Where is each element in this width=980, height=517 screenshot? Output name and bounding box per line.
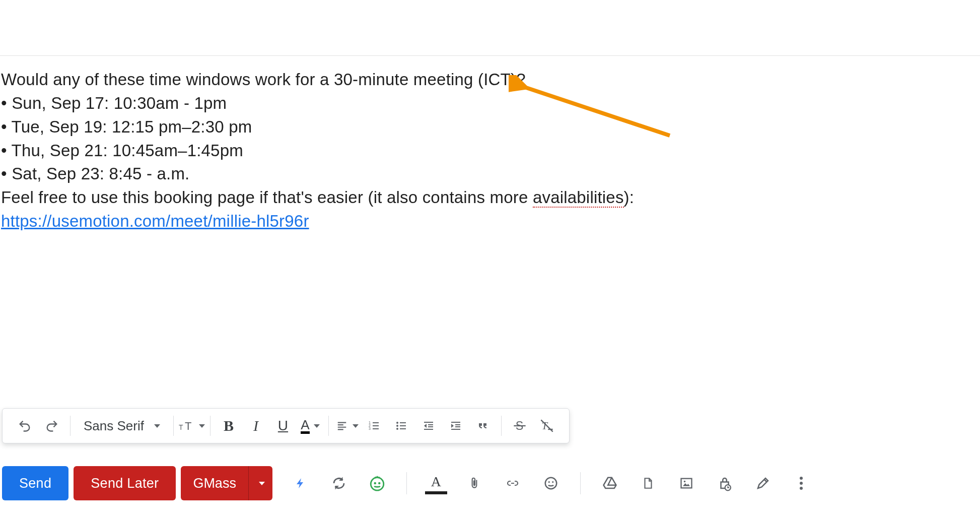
svg-point-18 — [548, 481, 550, 483]
quote-icon — [476, 420, 490, 432]
font-size-button[interactable]: T T — [179, 413, 205, 439]
font-family-selector[interactable]: Sans Serif — [76, 418, 168, 434]
docs-button[interactable] — [635, 470, 661, 496]
undo-icon — [18, 419, 32, 433]
link-icon — [505, 477, 521, 489]
bolt-icon — [295, 476, 307, 491]
svg-point-24 — [800, 477, 803, 480]
remove-formatting-button[interactable]: T — [534, 413, 560, 439]
separator — [580, 472, 581, 494]
confidential-mode-button[interactable] — [712, 470, 738, 496]
italic-button[interactable]: I — [243, 413, 269, 439]
action-bar: Send Send Later GMass A — [2, 464, 978, 503]
email-body[interactable]: Would any of these time windows work for… — [0, 56, 980, 233]
body-intro: Would any of these time windows work for… — [1, 68, 980, 92]
attach-button[interactable] — [461, 470, 487, 496]
compose-area: Would any of these time windows work for… — [0, 55, 980, 517]
caret-down-icon — [154, 424, 160, 428]
numbered-list-icon: 123 — [367, 420, 381, 432]
strikethrough-icon: S — [513, 419, 527, 433]
robot-icon — [369, 475, 386, 492]
svg-point-14 — [371, 478, 384, 491]
gmass-dropdown[interactable] — [248, 466, 272, 500]
more-vert-icon — [799, 476, 804, 491]
text-color-button[interactable]: A — [297, 413, 323, 439]
bold-button[interactable]: B — [216, 413, 242, 439]
align-button[interactable] — [334, 413, 360, 439]
font-size-icon: T T — [179, 419, 196, 433]
body-slot-3: Thu, Sep 21: 10:45am–1:45pm — [1, 139, 980, 163]
align-left-icon — [335, 420, 348, 431]
strikethrough-button[interactable]: S — [507, 413, 533, 439]
emoji-icon — [543, 476, 558, 491]
svg-point-16 — [378, 482, 381, 485]
bolt-button[interactable] — [288, 470, 314, 496]
drive-button[interactable] — [597, 470, 623, 496]
caret-down-icon — [314, 424, 320, 428]
refresh-button[interactable] — [326, 470, 352, 496]
separator — [210, 416, 211, 436]
emoji-button[interactable] — [538, 470, 564, 496]
numbered-list-button[interactable]: 123 — [361, 413, 387, 439]
separator — [406, 472, 407, 494]
caret-down-icon — [353, 424, 359, 428]
text-format-icon: A — [425, 472, 447, 494]
action-icons: A — [288, 470, 814, 496]
indent-decrease-icon — [422, 420, 436, 432]
svg-text:3: 3 — [369, 427, 371, 430]
booking-link[interactable]: https://usemotion.com/meet/millie-hl5r96… — [1, 210, 980, 233]
caret-down-icon — [199, 424, 205, 428]
svg-text:T: T — [179, 423, 183, 431]
formatting-options-button[interactable]: A — [423, 470, 449, 496]
body-outro: Feel free to use this booking page if th… — [1, 186, 980, 210]
underline-button[interactable]: U — [270, 413, 296, 439]
indent-more-button[interactable] — [443, 413, 469, 439]
refresh-icon — [331, 476, 346, 491]
svg-point-15 — [374, 482, 376, 485]
drive-icon — [602, 476, 618, 491]
font-family-label: Sans Serif — [84, 418, 144, 434]
clear-format-icon: T — [539, 419, 554, 433]
svg-rect-20 — [681, 479, 691, 488]
send-button[interactable]: Send — [2, 466, 68, 500]
caret-down-icon — [259, 482, 265, 485]
svg-point-6 — [396, 422, 398, 424]
robot-button[interactable] — [364, 470, 390, 496]
svg-point-8 — [396, 428, 398, 430]
quote-button[interactable] — [470, 413, 496, 439]
separator — [173, 416, 174, 436]
body-slot-1: Sun, Sep 17: 10:30am - 1pm — [1, 92, 980, 115]
redo-icon — [45, 419, 59, 433]
lock-clock-icon — [717, 475, 732, 491]
link-button[interactable] — [500, 470, 526, 496]
separator — [328, 416, 329, 436]
bulleted-list-icon — [394, 420, 408, 432]
body-slot-2: Tue, Sep 19: 12:15 pm–2:30 pm — [1, 115, 980, 139]
svg-point-21 — [684, 481, 686, 483]
pen-icon — [755, 476, 771, 491]
insert-photo-button[interactable] — [673, 470, 699, 496]
signature-button[interactable] — [750, 470, 776, 496]
svg-text:T: T — [185, 420, 191, 432]
svg-point-7 — [396, 425, 398, 427]
svg-point-19 — [552, 481, 553, 483]
indent-less-button[interactable] — [415, 413, 442, 439]
indent-increase-icon — [449, 420, 463, 432]
gmass-button[interactable]: GMass — [181, 466, 272, 500]
svg-point-25 — [800, 482, 803, 485]
image-icon — [679, 476, 694, 490]
separator — [501, 416, 502, 436]
formatting-toolbar: Sans Serif T T B I U A 123 — [2, 408, 570, 443]
docs-icon — [642, 475, 655, 491]
send-later-button[interactable]: Send Later — [74, 466, 176, 500]
spellcheck-flag[interactable]: availabilities — [533, 188, 624, 208]
body-slot-4: Sat, Sep 23: 8:45 - a.m. — [1, 162, 980, 186]
paperclip-icon — [468, 475, 481, 491]
more-options-button[interactable] — [788, 470, 814, 496]
svg-point-26 — [800, 487, 803, 490]
bulleted-list-button[interactable] — [388, 413, 414, 439]
separator — [70, 416, 71, 436]
undo-button[interactable] — [12, 413, 38, 439]
svg-point-17 — [545, 478, 557, 489]
redo-button[interactable] — [39, 413, 65, 439]
